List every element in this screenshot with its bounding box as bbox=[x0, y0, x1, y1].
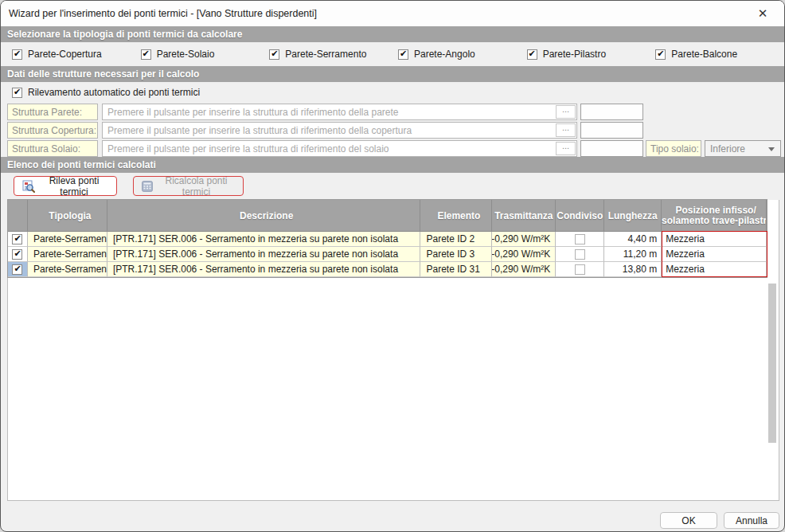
cell-tipologia: Parete-Serramento bbox=[28, 232, 107, 247]
section-header-tipologia: Selezionare la tipologia di ponti termic… bbox=[1, 26, 784, 42]
row-checkbox-icon[interactable] bbox=[12, 249, 22, 260]
struttura-copertura-extra-field[interactable] bbox=[580, 122, 643, 139]
header-posizione[interactable]: Posizione infisso/ Isolamento trave-pila… bbox=[662, 200, 767, 232]
header-posizione-line2: Isolamento trave-pilastro bbox=[662, 216, 767, 226]
struttura-solaio-label: Struttura Solaio: bbox=[7, 140, 98, 157]
cell-posizione[interactable]: Mezzeria bbox=[662, 247, 767, 262]
cell-descrizione: [PTR.171] SER.006 - Serramento in mezzer… bbox=[107, 247, 421, 262]
chevron-down-icon bbox=[768, 147, 775, 151]
table-header-row: Tipologia Descrizione Elemento Trasmitta… bbox=[8, 200, 767, 232]
table-row[interactable]: Parete-Serramento [PTR.171] SER.006 - Se… bbox=[8, 232, 767, 247]
field-placeholder: Premere il pulsante per inserire la stru… bbox=[107, 143, 389, 155]
vertical-scrollbar-thumb[interactable] bbox=[768, 284, 776, 443]
cell-posizione[interactable]: Mezzeria bbox=[662, 232, 767, 247]
checkbox-icon[interactable] bbox=[527, 49, 537, 60]
cell-elemento: Parete ID 3 bbox=[420, 247, 492, 262]
checkbox-label: Rilevamento automatico dei ponti termici bbox=[28, 87, 200, 98]
checkbox-rilevamento-automatico[interactable]: Rilevamento automatico dei ponti termici bbox=[12, 87, 200, 98]
checkbox-label: Parete-Balcone bbox=[671, 49, 737, 60]
rileva-ponti-termici-button[interactable]: Rileva ponti termici bbox=[14, 176, 117, 196]
struttura-parete-extra-field[interactable] bbox=[580, 104, 643, 120]
checkbox-parete-pilastro[interactable]: Parete-Pilastro bbox=[527, 49, 656, 60]
dati-section: Rilevamento automatico dei ponti termici… bbox=[1, 82, 784, 157]
cell-tipologia: Parete-Serramento bbox=[28, 247, 107, 262]
condiviso-checkbox-icon[interactable] bbox=[575, 264, 585, 275]
condiviso-checkbox-icon[interactable] bbox=[575, 234, 585, 244]
header-posizione-line1: Posizione infisso/ bbox=[675, 205, 756, 216]
checkbox-label: Parete-Solaio bbox=[157, 49, 215, 60]
checkbox-parete-serramento[interactable]: Parete-Serramento bbox=[269, 49, 398, 60]
browse-button[interactable]: ... bbox=[556, 142, 576, 155]
row-select-cell[interactable] bbox=[8, 262, 28, 277]
tipo-solaio-label: Tipo solaio: bbox=[646, 140, 701, 157]
table-row[interactable]: Parete-Serramento [PTR.171] SER.006 - Se… bbox=[8, 262, 767, 277]
checkbox-icon[interactable] bbox=[269, 49, 279, 60]
button-label: Ricalcola ponti termici bbox=[158, 175, 235, 198]
ponti-termici-table: Tipologia Descrizione Elemento Trasmitta… bbox=[7, 199, 767, 278]
button-label: Rileva ponti termici bbox=[40, 175, 108, 198]
dropdown-value: Inferiore bbox=[710, 143, 745, 155]
tipo-solaio-dropdown[interactable]: Inferiore bbox=[705, 140, 781, 157]
table-row[interactable]: Parete-Serramento [PTR.171] SER.006 - Se… bbox=[8, 247, 767, 262]
struttura-parete-label: Struttura Parete: bbox=[7, 104, 98, 120]
cell-elemento: Parete ID 31 bbox=[420, 262, 492, 277]
struttura-copertura-label: Struttura Copertura: bbox=[7, 122, 98, 139]
checkbox-parete-solaio[interactable]: Parete-Solaio bbox=[141, 49, 270, 60]
checkbox-icon[interactable] bbox=[12, 49, 22, 60]
ricalcola-ponti-termici-button[interactable]: Ricalcola ponti termici bbox=[133, 176, 244, 196]
header-select-column bbox=[8, 200, 28, 232]
row-checkbox-icon[interactable] bbox=[12, 264, 22, 275]
row-select-cell[interactable] bbox=[8, 232, 28, 247]
header-trasmittanza[interactable]: Trasmittanza bbox=[492, 200, 556, 232]
checkbox-parete-angolo[interactable]: Parete-Angolo bbox=[398, 49, 527, 60]
field-placeholder: Premere il pulsante per inserire la stru… bbox=[107, 107, 399, 118]
row-checkbox-icon[interactable] bbox=[12, 234, 22, 244]
header-tipologia[interactable]: Tipologia bbox=[28, 200, 107, 232]
checkbox-label: Parete-Pilastro bbox=[543, 49, 606, 60]
cell-lunghezza: 11,20 m bbox=[604, 247, 662, 262]
close-icon[interactable]: ✕ bbox=[746, 2, 779, 25]
window-title: Wizard per l'inserimento dei ponti termi… bbox=[1, 8, 317, 19]
checkbox-icon[interactable] bbox=[655, 49, 666, 60]
cancel-button[interactable]: Annulla bbox=[724, 512, 779, 529]
struttura-parete-field[interactable]: Premere il pulsante per inserire la stru… bbox=[102, 104, 577, 120]
struttura-solaio-field[interactable]: Premere il pulsante per inserire la stru… bbox=[102, 140, 577, 157]
cell-condiviso[interactable] bbox=[556, 247, 604, 262]
browse-button[interactable]: ... bbox=[556, 105, 576, 119]
checkbox-parete-copertura[interactable]: Parete-Copertura bbox=[12, 49, 141, 60]
elenco-toolbar: Rileva ponti termici Ricalcola ponti ter… bbox=[1, 173, 784, 200]
header-elemento[interactable]: Elemento bbox=[420, 200, 492, 232]
cell-condiviso[interactable] bbox=[556, 262, 604, 277]
cell-trasmittanza: -0,290 W/m²K bbox=[492, 247, 556, 262]
cell-condiviso[interactable] bbox=[556, 232, 604, 247]
browse-button[interactable]: ... bbox=[556, 123, 576, 137]
tipologia-checkbox-row: Parete-Copertura Parete-Solaio Parete-Se… bbox=[1, 42, 784, 66]
ponti-termici-table-area: Tipologia Descrizione Elemento Trasmitta… bbox=[7, 200, 779, 501]
detect-search-icon bbox=[22, 180, 35, 193]
checkbox-icon[interactable] bbox=[398, 49, 408, 60]
section-header-dati: Dati delle strutture necessari per il ca… bbox=[1, 66, 784, 82]
calculator-grid-icon bbox=[142, 181, 153, 192]
cell-elemento: Parete ID 2 bbox=[420, 232, 492, 247]
header-descrizione[interactable]: Descrizione bbox=[107, 200, 421, 232]
checkbox-icon[interactable] bbox=[12, 88, 22, 98]
checkbox-label: Parete-Angolo bbox=[414, 49, 475, 60]
cell-lunghezza: 13,80 m bbox=[604, 262, 662, 277]
header-lunghezza[interactable]: Lunghezza bbox=[604, 200, 662, 232]
header-condiviso[interactable]: Condiviso bbox=[556, 200, 604, 232]
cell-trasmittanza: -0,290 W/m²K bbox=[492, 262, 556, 277]
ok-button[interactable]: OK bbox=[660, 512, 717, 529]
cell-lunghezza: 4,40 m bbox=[604, 232, 662, 247]
field-placeholder: Premere il pulsante per inserire la stru… bbox=[107, 125, 412, 136]
struttura-copertura-field[interactable]: Premere il pulsante per inserire la stru… bbox=[102, 122, 577, 139]
struttura-solaio-extra-field[interactable] bbox=[580, 140, 643, 157]
title-bar: Wizard per l'inserimento dei ponti termi… bbox=[1, 1, 784, 26]
cell-tipologia: Parete-Serramento bbox=[28, 262, 107, 277]
row-select-cell[interactable] bbox=[8, 247, 28, 262]
checkbox-parete-balcone[interactable]: Parete-Balcone bbox=[655, 49, 784, 60]
checkbox-icon[interactable] bbox=[141, 49, 151, 60]
section-header-elenco: Elenco dei ponti termici calcolati bbox=[1, 157, 784, 173]
cell-descrizione: [PTR.171] SER.006 - Serramento in mezzer… bbox=[107, 232, 421, 247]
condiviso-checkbox-icon[interactable] bbox=[575, 249, 585, 260]
cell-posizione[interactable]: Mezzeria bbox=[662, 262, 767, 277]
